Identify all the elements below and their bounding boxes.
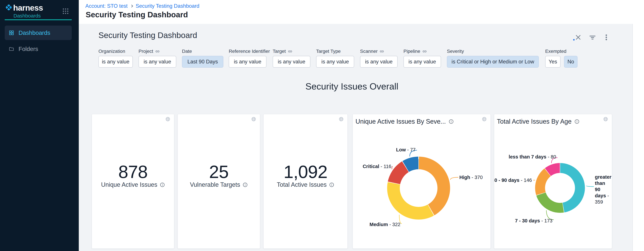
donut-chart-severity[interactable]: High - 370Medium - 322Critical - 116Low … xyxy=(353,114,490,249)
exempted-no-button[interactable]: No xyxy=(564,56,578,68)
donut-ring[interactable] xyxy=(535,163,585,213)
filter-chip[interactable]: is Critical or High or Medium or Low xyxy=(447,56,539,68)
link-icon xyxy=(288,49,292,54)
top-header: Account: STO test Security Testing Dashb… xyxy=(79,0,644,24)
stat-card-vulnerable-targets: 25 Vulnerable Targets xyxy=(178,114,260,249)
exempted-yes-button[interactable]: Yes xyxy=(545,56,560,68)
filter-project: Project is any value xyxy=(138,48,176,68)
filter-severity: Severity is Critical or High or Medium o… xyxy=(447,48,539,68)
globe-icon xyxy=(339,117,344,122)
filter-label: Scanner xyxy=(360,49,378,54)
sidebar-item-folders[interactable]: Folders xyxy=(5,42,72,56)
filter-icon[interactable] xyxy=(589,34,596,41)
app-grid-icon[interactable] xyxy=(63,8,68,14)
stat-label: Total Active Issues xyxy=(277,181,326,188)
breadcrumb-account-link[interactable]: Account: STO test xyxy=(85,3,128,9)
filter-label: Project xyxy=(138,49,153,54)
donut-slice-label: greater than 90 days - 359 xyxy=(595,174,611,205)
filter-date: Date Last 90 Days xyxy=(182,48,223,68)
filter-chip[interactable]: is any value xyxy=(98,56,133,68)
filter-label: Target xyxy=(273,49,286,54)
filter-label: Reference Identifier xyxy=(229,49,270,54)
filter-pipeline: Pipeline is any value xyxy=(404,48,441,68)
stat-card-total-active-issues: 1,092 Total Active Issues xyxy=(264,114,348,249)
link-icon xyxy=(380,49,384,54)
donut-slice-label: High - 370 xyxy=(459,175,483,180)
filter-label: Organization xyxy=(98,49,125,54)
donut-hole xyxy=(545,173,575,203)
brand-block[interactable]: harness Dashboards xyxy=(5,3,74,19)
chart-card-issues-by-severity: Unique Active Issues By Seve... High - 3… xyxy=(353,114,491,249)
donut-chart-age[interactable]: greater than 90 days - 3597 - 30 days - … xyxy=(494,114,612,249)
stat-value: 1,092 xyxy=(264,162,348,182)
filter-target-type: Target Type is any value xyxy=(316,48,354,68)
sidebar-item-label: Folders xyxy=(18,46,38,52)
filter-label: Date xyxy=(182,49,192,54)
close-icon[interactable] xyxy=(574,34,582,41)
kebab-menu-icon[interactable] xyxy=(602,34,610,41)
page-title: Security Testing Dashboard xyxy=(86,10,188,19)
harness-logo-icon xyxy=(5,3,12,11)
filter-organization: Organization is any value xyxy=(98,48,133,68)
sidebar-item-dashboards[interactable]: Dashboards xyxy=(5,25,72,40)
filter-scanner: Scanner is any value xyxy=(360,48,398,68)
donut-hole xyxy=(400,169,438,207)
donut-slice-label: 7 - 30 days - 173 xyxy=(515,218,552,224)
donut-slice-label: Medium - 322 xyxy=(370,222,400,227)
module-name: Dashboards xyxy=(14,13,41,19)
filter-chip[interactable]: is any value xyxy=(138,56,176,68)
breadcrumb-page-link[interactable]: Security Testing Dashboard xyxy=(136,3,200,9)
sidebar: harness Dashboards Dashboards xyxy=(0,0,79,251)
dashboard-content: Security Testing Dashboard Organization … xyxy=(79,24,644,251)
folder-icon xyxy=(9,46,14,52)
donut-slice-label: less than 7 days - 80 xyxy=(509,154,556,160)
filter-exempted: Exempted Yes No xyxy=(545,48,578,68)
breadcrumb: Account: STO test Security Testing Dashb… xyxy=(85,3,200,9)
blue-dot xyxy=(573,39,575,40)
link-icon xyxy=(155,49,160,54)
filter-chip[interactable]: is any value xyxy=(273,56,310,68)
filter-target: Target is any value xyxy=(273,48,310,68)
donut-slice-label: Low - 77 xyxy=(396,147,416,153)
info-icon[interactable] xyxy=(242,182,248,187)
section-title: Security Issues Overall xyxy=(92,81,612,91)
filter-chip[interactable]: is any value xyxy=(316,56,354,68)
filter-label: Severity xyxy=(447,49,464,54)
donut-slice-label: Critical - 116 xyxy=(363,164,391,169)
sidebar-item-label: Dashboards xyxy=(18,29,50,36)
brand-name: harness xyxy=(13,3,43,12)
breadcrumb-chevron-icon xyxy=(130,5,133,7)
filter-label: Target Type xyxy=(316,49,341,54)
link-icon xyxy=(422,49,427,54)
filter-chip[interactable]: is any value xyxy=(360,56,398,68)
filter-chip[interactable]: is any value xyxy=(229,56,266,68)
scrollbar-track[interactable] xyxy=(632,24,644,251)
dashboard-panel-title: Security Testing Dashboard xyxy=(98,31,197,40)
filter-chip[interactable]: Last 90 Days xyxy=(182,56,223,68)
stat-label: Unique Active Issues xyxy=(101,181,157,188)
globe-icon xyxy=(165,117,170,122)
filter-label: Exempted xyxy=(545,49,566,54)
globe-icon xyxy=(251,117,256,122)
module-underline xyxy=(5,19,72,20)
stat-label: Vulnerable Targets xyxy=(190,181,240,188)
donut-ring[interactable] xyxy=(387,157,450,220)
donut-slice-label: 30 - 90 days - 146 xyxy=(494,178,532,183)
stat-card-unique-active-issues: 878 Unique Active Issues xyxy=(92,114,174,249)
info-icon[interactable] xyxy=(160,182,165,187)
stat-value: 878 xyxy=(92,162,174,182)
dashboards-icon xyxy=(9,30,14,35)
app-root: harness Dashboards Dashboards xyxy=(0,0,644,251)
stat-value: 25 xyxy=(178,162,260,182)
chart-card-issues-by-age: Total Active Issues By Age greater than … xyxy=(494,114,612,249)
filter-label: Pipeline xyxy=(404,49,420,54)
info-icon[interactable] xyxy=(329,182,334,187)
filter-reference-identifier: Reference Identifier is any value xyxy=(229,48,270,68)
filter-chip[interactable]: is any value xyxy=(404,56,441,68)
